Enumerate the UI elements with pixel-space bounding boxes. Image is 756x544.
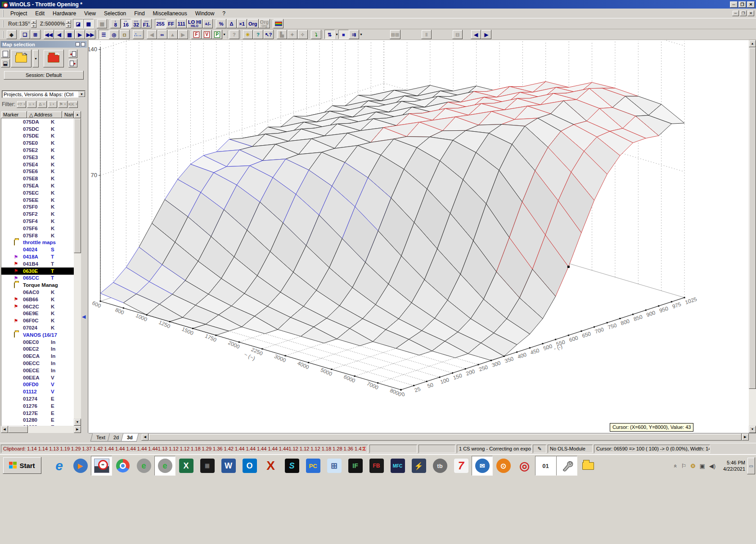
last-map-icon[interactable]: ▶▶: [85, 30, 95, 39]
display-sign-icon[interactable]: +/-: [202, 19, 213, 28]
whats-this-icon[interactable]: ↖?: [263, 30, 274, 39]
map-row[interactable]: 075F2K: [1, 210, 74, 218]
taskbar-outlook-icon[interactable]: O: [239, 456, 260, 476]
map-row[interactable]: 07024K: [1, 324, 74, 331]
zoom-field[interactable]: Z:50000% ▲▼: [39, 19, 72, 28]
column-header-marker[interactable]: Marker: [1, 111, 27, 118]
next-map-icon[interactable]: ▶: [75, 30, 85, 39]
tray-volume-icon[interactable]: ◀): [709, 463, 716, 469]
pack-project-icon[interactable]: ◘: [119, 30, 130, 39]
map-row[interactable]: 075F8K: [1, 232, 74, 239]
chevron-down-icon[interactable]: ▼: [78, 91, 85, 97]
pane-pause-icon[interactable]: ‖: [421, 30, 432, 39]
matrix-view-icon[interactable]: ▩: [97, 19, 107, 28]
map-row[interactable]: 075E3K: [1, 154, 74, 161]
display-percent-icon[interactable]: %: [216, 19, 226, 28]
session-button[interactable]: Session: Default: [4, 71, 84, 80]
list-vertical-scrollbar[interactable]: ▼: [74, 118, 81, 426]
color-scale-icon[interactable]: [273, 19, 284, 28]
map-row[interactable]: 06AC0K: [1, 289, 74, 296]
map-compare-icon[interactable]: ✧: [297, 30, 308, 39]
menu-hardware[interactable]: Hardware: [49, 9, 80, 18]
map-row[interactable]: ⚑0630ET: [1, 268, 74, 275]
tray-network-icon[interactable]: ▣: [699, 463, 705, 469]
filter-equals-icon[interactable]: =?▼: [17, 101, 26, 108]
filter-bars-icon[interactable]: ≡▼: [27, 101, 36, 108]
pane-split-grid-icon[interactable]: ⊞⊞: [390, 30, 400, 39]
eprom-icon[interactable]: ◆: [6, 30, 17, 39]
taskbar-box01-icon[interactable]: 01: [535, 456, 556, 476]
map-row[interactable]: 00ECEIn: [1, 367, 74, 374]
map-row[interactable]: 075E4K: [1, 161, 74, 168]
map-selection-header[interactable]: Map selection: [0, 41, 87, 48]
solid-surface-icon[interactable]: ■: [338, 30, 349, 39]
taskbar-mediaplayer-icon[interactable]: ▶: [70, 456, 91, 476]
row-order-icon-dropdown[interactable]: ▼: [335, 33, 338, 36]
map-row[interactable]: 00ECAIn: [1, 352, 74, 360]
version-in-button[interactable]: ◂: [68, 49, 77, 58]
display-binary-icon[interactable]: 111: [176, 19, 187, 28]
map-row[interactable]: 00ECCIn: [1, 360, 74, 367]
map-row[interactable]: 0127EE: [1, 410, 74, 417]
taskbar-signature-icon[interactable]: S: [281, 456, 302, 476]
list-scroll-right-icon[interactable]: ▶: [74, 426, 81, 433]
auto-search-icon[interactable]: ✳: [243, 30, 253, 39]
map-row[interactable]: ⚑06C2CK: [1, 303, 74, 310]
map-row[interactable]: ⚑0418AT: [1, 253, 74, 260]
open-project-button[interactable]: ↷: [11, 49, 32, 67]
mdi-close-button[interactable]: ✕: [747, 10, 754, 16]
column-header-name[interactable]: Name: [62, 111, 74, 118]
menu-edit[interactable]: Edit: [31, 9, 49, 18]
display-hex-icon[interactable]: FF: [166, 19, 176, 28]
window-cascade-icon[interactable]: ❏: [20, 30, 30, 39]
view-3d-icon[interactable]: ◪: [73, 19, 83, 28]
map-tree-icon[interactable]: ☰: [99, 30, 109, 39]
map-row[interactable]: ⚑06B66K: [1, 296, 74, 303]
map-folder-row[interactable]: VANOS (16/17: [1, 331, 74, 339]
map-row[interactable]: 01274E: [1, 395, 74, 402]
column-header-address[interactable]: △ Address: [27, 111, 62, 118]
display-decimal-icon[interactable]: 255: [155, 19, 166, 28]
view-values-icon[interactable]: V: [202, 30, 212, 39]
map-row[interactable]: 01112V: [1, 388, 74, 395]
map-row[interactable]: 075F0K: [1, 204, 74, 211]
plot-hscroll-thumb[interactable]: [148, 433, 742, 441]
start-button[interactable]: Start: [3, 457, 41, 474]
map-row[interactable]: 075E2K: [1, 147, 74, 154]
save-button[interactable]: ⬓: [1, 59, 10, 67]
map-row[interactable]: 00EEAV: [1, 374, 74, 381]
taskbar-ie-icon[interactable]: e: [49, 456, 70, 476]
next-window-icon[interactable]: ▶: [481, 30, 491, 39]
taskbar-tuner-b-icon[interactable]: e: [154, 456, 176, 476]
list-scroll-left-icon[interactable]: ◀: [1, 426, 8, 433]
map-row[interactable]: ⚑065CCT: [1, 275, 74, 282]
row-order-icon[interactable]: ⇅: [324, 30, 335, 39]
taskbar-clock[interactable]: 5:46 PM 4/22/2021: [723, 457, 745, 474]
taskbar-chrome-icon[interactable]: [112, 456, 133, 476]
map-row[interactable]: 075F4K: [1, 218, 74, 225]
taskbar-thunderbird-icon[interactable]: ✉: [472, 456, 493, 476]
taskbar-car-tuning-icon[interactable]: ⚡: [408, 456, 429, 476]
bits-float-icon[interactable]: ▪▪▪F1.: [141, 19, 152, 28]
list-horizontal-scrollbar[interactable]: ◀ ▶: [1, 426, 81, 433]
new-map-button[interactable]: [1, 49, 10, 58]
help-icon[interactable]: ?: [229, 30, 239, 39]
first-map-icon[interactable]: ◀◀: [44, 30, 54, 39]
taskbar-excel-icon[interactable]: X: [176, 456, 197, 476]
export-file-icon[interactable]: ⤵: [311, 30, 321, 39]
map-wizard-icon[interactable]: ✦: [287, 30, 297, 39]
window-tile-icon[interactable]: ⊞: [30, 30, 40, 39]
view-percent-icon[interactable]: P: [212, 30, 222, 39]
menu-[interactable]: ?: [218, 9, 230, 18]
taskbar-wrench-icon[interactable]: [556, 456, 577, 476]
map-overview-icon[interactable]: ▦: [64, 30, 75, 39]
close-button[interactable]: ✕: [747, 1, 755, 8]
display-delta-icon[interactable]: Δ: [226, 19, 237, 28]
view-2d-grid-icon[interactable]: ▦: [83, 19, 94, 28]
plot-scroll-down-icon[interactable]: ▼: [749, 426, 756, 433]
map-row[interactable]: 00EC0In: [1, 339, 74, 346]
mdi-restore-button[interactable]: ❐: [740, 10, 747, 16]
tab-3d[interactable]: 3d: [121, 433, 139, 441]
previous-map-icon[interactable]: ◀: [54, 30, 64, 39]
map-row[interactable]: 075F6K: [1, 225, 74, 232]
